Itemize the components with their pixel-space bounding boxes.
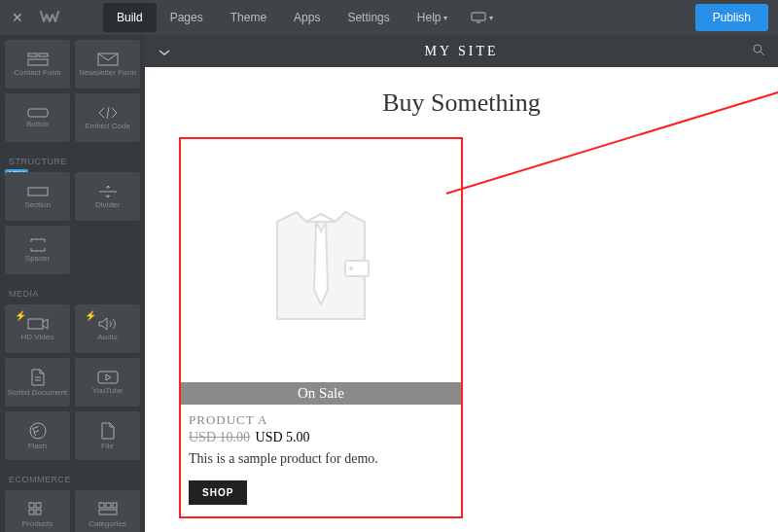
tab-build[interactable]: Build: [103, 3, 157, 32]
svg-rect-11: [28, 319, 43, 329]
lightning-icon: ⚡: [15, 310, 26, 321]
svg-rect-26: [345, 261, 369, 276]
hd-video-icon: [27, 317, 49, 331]
help-menu[interactable]: Help ▾: [404, 3, 462, 32]
tile-label: Spacer: [25, 255, 50, 263]
tile-section[interactable]: Section: [5, 172, 70, 221]
section-header-media: MEDIA: [5, 279, 140, 304]
tile-file[interactable]: File: [75, 411, 140, 460]
tile-label: HD Video: [20, 334, 53, 341]
svg-rect-6: [28, 109, 48, 117]
tile-label: Products: [22, 520, 53, 528]
svg-rect-16: [29, 503, 34, 508]
svg-point-27: [349, 266, 353, 270]
categories-icon: [98, 502, 118, 517]
tile-label: Divider: [95, 201, 120, 209]
svg-rect-20: [99, 503, 104, 508]
tile-label: Embed Code: [85, 123, 130, 130]
close-icon[interactable]: ✕: [0, 10, 35, 25]
tile-youtube[interactable]: YouTube: [75, 358, 140, 407]
file-icon: [100, 422, 116, 440]
publish-button[interactable]: Publish: [695, 4, 768, 31]
shop-button[interactable]: SHOP: [189, 480, 247, 505]
shirt-tie-icon: [248, 193, 394, 329]
sale-badge: On Sale: [181, 382, 461, 405]
lightning-icon: ⚡: [85, 310, 96, 321]
top-navbar: ✕ Build Pages Theme Apps Settings Help ▾…: [0, 0, 778, 35]
tab-pages[interactable]: Pages: [157, 3, 217, 32]
svg-rect-2: [28, 53, 37, 56]
chevron-down-icon: ▾: [443, 14, 447, 22]
current-price: USD 5.00: [256, 430, 310, 444]
canvas-area: MY SITE Buy Something On Sale PRODUCT A: [145, 35, 778, 532]
tile-divider[interactable]: Divider: [75, 172, 140, 221]
svg-rect-21: [106, 503, 111, 508]
audio-icon: [97, 317, 119, 331]
product-image-placeholder[interactable]: [181, 139, 461, 382]
tile-label: YouTube: [92, 387, 123, 395]
svg-rect-3: [39, 53, 48, 56]
tab-apps[interactable]: Apps: [280, 3, 334, 32]
device-preview-menu[interactable]: ▾: [461, 4, 503, 31]
tile-scribd[interactable]: Scribd Document: [5, 358, 70, 407]
tile-label: Flash: [28, 443, 48, 450]
search-icon[interactable]: [739, 43, 778, 60]
nav-tabs: Build Pages Theme Apps Settings: [103, 3, 404, 32]
tile-categories[interactable]: Categories: [75, 490, 140, 532]
elements-sidebar: Contact Form Newsletter Form Button Embe…: [0, 35, 145, 532]
tile-label: Contact Form: [14, 69, 60, 77]
chevron-down-icon[interactable]: [145, 43, 184, 60]
tile-products[interactable]: Products: [5, 490, 70, 532]
tile-audio[interactable]: ⚡ Audio: [75, 304, 140, 353]
doc-icon: [30, 369, 46, 386]
newsletter-icon: [97, 53, 119, 66]
tile-label: Newsletter Form: [79, 69, 136, 77]
youtube-icon: [97, 371, 119, 384]
old-price: USD 10.00: [189, 430, 250, 444]
flash-icon: [29, 422, 47, 440]
svg-rect-19: [36, 510, 41, 514]
tile-button[interactable]: Button: [5, 93, 70, 142]
tab-theme[interactable]: Theme: [217, 3, 280, 32]
svg-rect-14: [98, 372, 118, 383]
chevron-down-icon: ▾: [489, 14, 493, 22]
svg-rect-0: [472, 13, 485, 20]
contact-form-icon: [27, 53, 49, 66]
tile-flash[interactable]: Flash: [5, 411, 70, 460]
product-name: PRODUCT A: [181, 412, 461, 428]
section-icon: [27, 185, 49, 198]
products-icon: [28, 502, 48, 517]
help-label: Help: [417, 11, 442, 24]
page-heading[interactable]: Buy Something: [174, 89, 749, 118]
embed-code-icon: [97, 106, 119, 120]
product-price: USD 10.00 USD 5.00: [181, 428, 461, 447]
section-header-ecommerce: ECOMMERCE: [5, 465, 140, 490]
spacer-icon: [27, 238, 49, 252]
tile-newsletter[interactable]: Newsletter Form: [75, 40, 140, 89]
svg-rect-4: [28, 59, 48, 65]
tab-settings[interactable]: Settings: [334, 3, 403, 32]
svg-rect-23: [99, 510, 117, 514]
svg-rect-17: [36, 503, 41, 508]
svg-rect-22: [113, 503, 117, 508]
product-element[interactable]: On Sale PRODUCT A USD 10.00 USD 5.00 Thi…: [179, 137, 463, 518]
svg-point-24: [754, 45, 761, 53]
divider-icon: [97, 185, 119, 198]
site-header-bar: MY SITE: [145, 35, 778, 67]
tile-label: Categories: [88, 520, 126, 528]
tile-label: Section: [24, 201, 51, 209]
tile-embed-code[interactable]: Embed Code: [75, 93, 140, 142]
tile-contact-form[interactable]: Contact Form: [5, 40, 70, 89]
weebly-logo-icon[interactable]: [35, 7, 64, 28]
site-title: MY SITE: [145, 44, 778, 59]
tile-label: Scribd Document: [8, 389, 67, 397]
tile-label: Audio: [97, 334, 117, 341]
tile-label: File: [101, 443, 114, 450]
page-canvas[interactable]: Buy Something On Sale PRODUCT A USD 10.0…: [145, 67, 778, 532]
desktop-icon: [471, 12, 486, 23]
tile-hd-video[interactable]: ⚡ HD Video: [5, 304, 70, 353]
tile-label: Button: [26, 121, 49, 128]
tile-spacer[interactable]: Spacer: [5, 226, 70, 274]
annotation-arrow: [437, 67, 778, 203]
svg-rect-7: [28, 188, 48, 195]
